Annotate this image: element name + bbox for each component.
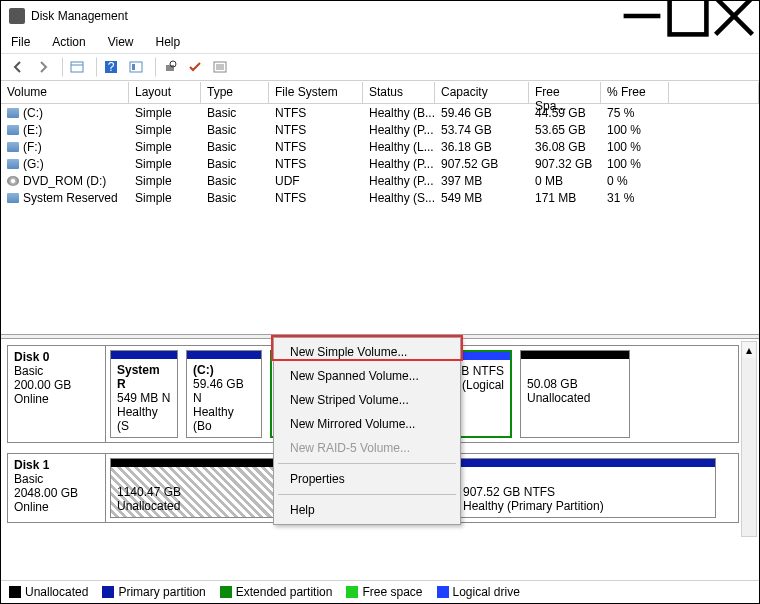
col-type[interactable]: Type [201, 82, 269, 103]
ctx-new-spanned-volume[interactable]: New Spanned Volume... [276, 364, 458, 388]
views-button[interactable] [66, 56, 88, 78]
part-status: Healthy (S [117, 405, 158, 433]
partition-bar [187, 351, 261, 359]
volume-row[interactable]: DVD_ROM (D:)SimpleBasicUDFHealthy (P...3… [1, 172, 759, 189]
disk-label-0[interactable]: Disk 0 Basic 200.00 GB Online [8, 346, 106, 442]
scroll-up-icon[interactable]: ▴ [742, 342, 756, 358]
svg-rect-9 [132, 64, 135, 70]
part-status: Unallocated [527, 391, 590, 405]
back-button[interactable] [7, 56, 29, 78]
legend: Unallocated Primary partition Extended p… [1, 580, 759, 603]
col-layout[interactable]: Layout [129, 82, 201, 103]
disk-icon [7, 193, 19, 203]
col-volume[interactable]: Volume [1, 82, 129, 103]
disk-icon [7, 159, 19, 169]
menu-help[interactable]: Help [152, 33, 185, 51]
disk-state: Online [14, 500, 49, 514]
swatch-free [346, 586, 358, 598]
part-size: 907.52 GB NTFS [463, 485, 555, 499]
partition-unallocated[interactable]: 50.08 GBUnallocated [520, 350, 630, 438]
col-pctfree[interactable]: % Free [601, 82, 669, 103]
ctx-new-simple-volume[interactable]: New Simple Volume... [276, 340, 458, 364]
volume-row[interactable]: (F:)SimpleBasicNTFSHealthy (L...36.18 GB… [1, 138, 759, 155]
part-status: Healthy (Primary Partition) [463, 499, 604, 513]
disk-label-1[interactable]: Disk 1 Basic 2048.00 GB Online [8, 454, 106, 522]
part-size: B NTFS [461, 364, 504, 378]
grid-header: Volume Layout Type File System Status Ca… [1, 82, 759, 104]
legend-primary: Primary partition [118, 585, 205, 599]
disk-icon [7, 108, 19, 118]
part-size: 1140.47 GB [117, 485, 181, 499]
legend-free: Free space [362, 585, 422, 599]
swatch-unallocated [9, 586, 21, 598]
col-capacity[interactable]: Capacity [435, 82, 529, 103]
scrollbar[interactable]: ▴ [741, 341, 757, 537]
disk-icon [7, 142, 19, 152]
menu-view[interactable]: View [104, 33, 138, 51]
dvd-icon [7, 176, 19, 186]
part-status: Healthy (Bo [193, 405, 234, 433]
titlebar: Disk Management [1, 1, 759, 31]
ctx-new-raid5-volume: New RAID-5 Volume... [276, 436, 458, 460]
disk-size: 200.00 GB [14, 378, 71, 392]
separator [150, 57, 156, 77]
help-button[interactable]: ? [100, 56, 122, 78]
partition-g[interactable]: 907.52 GB NTFSHealthy (Primary Partition… [456, 458, 716, 518]
legend-unallocated: Unallocated [25, 585, 88, 599]
toolbar: ? [1, 53, 759, 81]
part-name: System R [117, 363, 160, 391]
partition-c[interactable]: (C:)59.46 GB NHealthy (Bo [186, 350, 262, 438]
part-size: 50.08 GB [527, 377, 578, 391]
forward-button[interactable] [32, 56, 54, 78]
col-filler [669, 82, 759, 103]
disk-type: Basic [14, 472, 43, 486]
separator [57, 57, 63, 77]
check-button[interactable] [184, 56, 206, 78]
col-freespace[interactable]: Free Spa... [529, 82, 601, 103]
settings-button[interactable] [125, 56, 147, 78]
window-title: Disk Management [31, 9, 619, 23]
part-name: (C:) [193, 363, 214, 377]
volume-row[interactable]: (G:)SimpleBasicNTFSHealthy (P...907.52 G… [1, 155, 759, 172]
ctx-help[interactable]: Help [276, 498, 458, 522]
refresh-button[interactable] [159, 56, 181, 78]
swatch-primary [102, 586, 114, 598]
partition-bar [457, 459, 715, 467]
ctx-new-mirrored-volume[interactable]: New Mirrored Volume... [276, 412, 458, 436]
close-button[interactable] [711, 2, 757, 30]
svg-rect-8 [130, 62, 142, 72]
swatch-extended [220, 586, 232, 598]
swatch-logical [437, 586, 449, 598]
ctx-separator [278, 494, 456, 495]
ctx-properties[interactable]: Properties [276, 467, 458, 491]
disk-title: Disk 0 [14, 350, 49, 364]
menu-action[interactable]: Action [48, 33, 89, 51]
ctx-separator [278, 463, 456, 464]
part-size: 59.46 GB N [193, 377, 244, 405]
col-filesystem[interactable]: File System [269, 82, 363, 103]
volume-row[interactable]: (E:)SimpleBasicNTFSHealthy (P...53.74 GB… [1, 121, 759, 138]
list-button[interactable] [209, 56, 231, 78]
volume-row[interactable]: (C:)SimpleBasicNTFSHealthy (B...59.46 GB… [1, 104, 759, 121]
ctx-new-striped-volume[interactable]: New Striped Volume... [276, 388, 458, 412]
legend-extended: Extended partition [236, 585, 333, 599]
separator [91, 57, 97, 77]
partition-bar [111, 351, 177, 359]
volume-grid: Volume Layout Type File System Status Ca… [1, 81, 759, 206]
disk-type: Basic [14, 364, 43, 378]
col-status[interactable]: Status [363, 82, 435, 103]
disk-icon [7, 125, 19, 135]
partition-bar [521, 351, 629, 359]
part-status: Unallocated [117, 499, 180, 513]
menu-file[interactable]: File [7, 33, 34, 51]
minimize-button[interactable] [619, 2, 665, 30]
context-menu: New Simple Volume... New Spanned Volume.… [273, 337, 461, 525]
partition-system-reserved[interactable]: System R549 MB NHealthy (S [110, 350, 178, 438]
part-size: 549 MB N [117, 391, 170, 405]
disk-state: Online [14, 392, 49, 406]
maximize-button[interactable] [665, 2, 711, 30]
svg-rect-1 [670, 0, 707, 34]
volume-row[interactable]: System ReservedSimpleBasicNTFSHealthy (S… [1, 189, 759, 206]
svg-rect-4 [71, 62, 83, 72]
svg-rect-10 [166, 65, 174, 71]
